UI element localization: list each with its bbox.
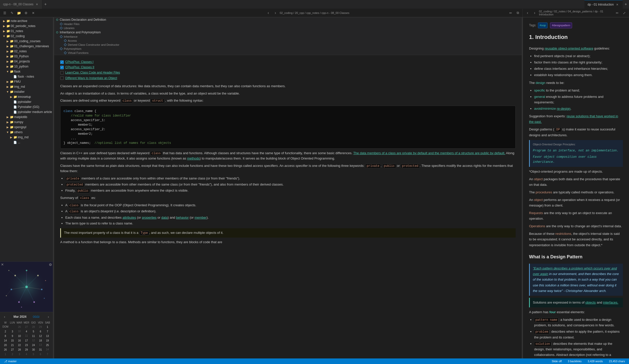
interfaces-link[interactable]: interfaces. [603, 301, 618, 304]
graph-settings-btn[interactable]: ⚙ [49, 263, 52, 267]
cal-day[interactable]: 1 [44, 325, 51, 329]
toc-item[interactable]: Header Files [54, 22, 522, 26]
cal-day[interactable]: 9 [9, 334, 16, 338]
checkbox-label[interactable]: LearnCpp: Class Code and Header Files [65, 70, 120, 75]
checkbox-link[interactable]: ✓CPlusPlus: Classes I [60, 60, 516, 64]
checkbox[interactable] [60, 76, 64, 80]
tag-oop[interactable]: #oop [538, 22, 548, 28]
left-split-btn[interactable]: ⧉ [515, 10, 520, 16]
dp-quote-link[interactable]: "Each pattern describes a problem which … [533, 266, 617, 276]
cal-day[interactable]: 2 [2, 329, 9, 334]
cal-day[interactable]: 4 [23, 352, 30, 356]
properties-link[interactable]: properties [142, 216, 157, 219]
tree-item-flask---notes[interactable]: 📄flask - notes [0, 74, 53, 79]
toc-item[interactable]: Inheritance [54, 35, 522, 39]
left-forward-btn[interactable]: › [273, 10, 278, 16]
new-folder-btn[interactable]: 📁 [16, 10, 22, 16]
behavior-link[interactable]: behavior [176, 216, 189, 219]
cal-day[interactable]: 12 [37, 334, 44, 338]
tab-dp[interactable]: dp - 01 Introduction × [584, 0, 622, 9]
tree-item-fmu[interactable]: ▶ 📁FMU [0, 79, 53, 84]
cal-day[interactable]: 17 [23, 338, 30, 343]
tab-add-left[interactable]: + [42, 2, 49, 7]
cal-day[interactable]: 29 [37, 325, 44, 329]
checkbox-label[interactable]: Different Ways to Instantiate an Object [65, 76, 117, 81]
toc-item[interactable]: Derived Class Constructor and Destructor [54, 43, 522, 47]
tree-item-img_md[interactable]: ▶ 📁img_md [0, 84, 53, 89]
tree-item-img_md[interactable]: ▶ 📁img_md [0, 135, 53, 140]
cal-day[interactable]: 11 [30, 334, 37, 338]
toc-item[interactable]: Classes Declaration and Definition [54, 17, 522, 22]
tree-item-flask[interactable]: ▼ 📁flask [0, 69, 53, 74]
cal-day[interactable]: 24 [30, 343, 37, 347]
graph-close-btn[interactable]: ✕ [1, 263, 4, 266]
tab-dp-close[interactable]: × [615, 3, 619, 7]
cal-day[interactable]: 2 [9, 352, 16, 356]
right-maximize-btn[interactable]: ⤢ [621, 10, 627, 16]
cal-day[interactable]: 6 [37, 352, 44, 356]
settings-btn[interactable]: ⚙ [23, 10, 29, 16]
tree-item-pyinstaller[interactable]: 📄pyinstaller [0, 99, 53, 104]
cal-day[interactable]: 7 [44, 352, 51, 356]
cal-day[interactable]: 23 [23, 343, 30, 347]
checkbox[interactable]: ✓ [60, 66, 64, 69]
cal-day[interactable]: 5 [30, 352, 37, 356]
tree-item-02_coding[interactable]: ▼ 📁02_coding [0, 34, 53, 39]
tab-cpp[interactable]: cpp-n - 08_00 Classes × [0, 0, 42, 9]
toc-item[interactable]: Libraries [54, 26, 522, 30]
tree-item-pyinstaller-(gg)[interactable]: 📄Pyinstaller (GG) [0, 104, 53, 109]
cal-day[interactable]: 13 [44, 334, 51, 338]
tree-item-01_notes[interactable]: ▶ 📁01_notes [0, 29, 53, 34]
tree-item-00_periodic_notes[interactable]: ▶ 📁00_periodic_notes [0, 24, 53, 29]
cal-day[interactable]: 20 [2, 343, 9, 347]
tree-item-matplotlib[interactable]: ▶ 📁matplotlib [0, 115, 53, 120]
tree-item-others[interactable]: ▼ 📁others [0, 130, 53, 135]
toc-item[interactable]: Inheritance and Polymorphism [54, 30, 522, 35]
right-back-btn[interactable]: ‹ [525, 10, 530, 16]
checkbox-link[interactable]: ✓CPlusPlus: Classes II [60, 65, 516, 70]
checkbox[interactable]: ✓ [60, 60, 64, 64]
cal-day[interactable]: 31 [37, 348, 44, 352]
tree-item-installer[interactable]: ▼ 📁installer [0, 89, 53, 94]
tree-item-02_notes[interactable]: ▶ 📁02_notes [0, 49, 53, 54]
tree-item-note-archive[interactable]: ▶ 📁note-archive [0, 18, 53, 24]
experts-link[interactable]: reuse solutions that have worked in the … [529, 114, 618, 124]
cal-day[interactable]: 27 [23, 325, 30, 329]
tree-item-...[interactable]: 📄... [0, 140, 53, 145]
checkbox[interactable] [60, 71, 64, 75]
tab-add-right[interactable]: + [623, 2, 629, 7]
objects-link[interactable]: objects [585, 301, 596, 304]
cal-day[interactable]: 5 [30, 329, 37, 334]
checkbox-link[interactable]: LearnCpp: Class Code and Header Files [60, 70, 516, 75]
tree-item-pyinstaller-medium-article[interactable]: 📄pyinstaller medium article [0, 109, 53, 115]
reusable-link[interactable]: reusable object-oriented software [544, 47, 593, 50]
cal-day[interactable]: 21 [9, 343, 16, 347]
cal-day[interactable]: 8 [2, 334, 9, 338]
left-sidebar-toggle[interactable]: ☰ [2, 10, 8, 16]
cal-day[interactable]: 14 [2, 338, 9, 343]
methods-link[interactable]: methods [187, 156, 200, 160]
left-back-btn[interactable]: ‹ [266, 10, 271, 16]
close-sidebar-btn[interactable]: ✕ [30, 10, 36, 16]
tree-item-opengsyl[interactable]: ▶ 📁opengsyl [0, 125, 53, 130]
tree-item-04_projects[interactable]: ▶ 📁04_projects [0, 59, 53, 64]
cal-day[interactable]: 30 [30, 348, 37, 352]
cal-day[interactable]: 26 [2, 348, 9, 352]
tree-item-03_python[interactable]: ▶ 📁03_Python [0, 54, 53, 59]
member-link[interactable]: member [195, 216, 207, 219]
cal-day[interactable]: 3 [9, 329, 16, 334]
tree-item-innosetup[interactable]: ▶ 📁innosetup [0, 94, 53, 99]
tab-cpp-close[interactable]: × [35, 2, 39, 6]
right-edit-btn[interactable]: ✏ [614, 10, 620, 16]
para4-link[interactable]: The data members of a class are private … [353, 151, 505, 155]
cal-day[interactable]: 18 [37, 338, 44, 343]
right-forward-btn[interactable]: › [532, 10, 537, 16]
cal-day[interactable]: 10 [16, 334, 23, 338]
redesign-link[interactable]: re-design [557, 107, 571, 110]
cal-day[interactable]: 26 [16, 325, 23, 329]
cal-day[interactable]: 1 [2, 352, 9, 356]
cal-day[interactable]: 25 [44, 343, 51, 347]
cal-prev-btn[interactable]: ‹ [2, 314, 7, 319]
cal-day[interactable]: 28 [30, 325, 37, 329]
cal-day[interactable]: 16 [16, 338, 23, 343]
